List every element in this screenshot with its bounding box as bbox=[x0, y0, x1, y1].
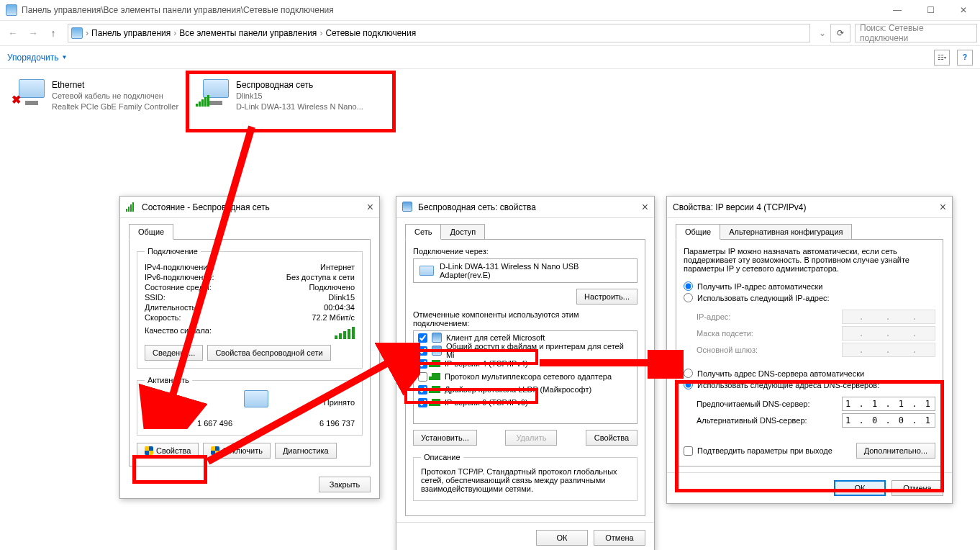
crumb-0[interactable]: Панель управления bbox=[91, 28, 171, 38]
adapter-props-dialog: Беспроводная сеть: свойства × Сеть Досту… bbox=[396, 196, 655, 550]
radio-auto-ip[interactable]: Получить IP-адрес автоматически bbox=[684, 281, 935, 291]
ok-button[interactable]: ОК bbox=[536, 530, 588, 546]
adapter-status: Сетевой кабель не подключен bbox=[52, 91, 178, 102]
tab-network[interactable]: Сеть bbox=[405, 224, 441, 240]
ethernet-icon: ✖ bbox=[13, 79, 45, 105]
signal-quality-icon bbox=[335, 326, 355, 339]
crumb-1[interactable]: Все элементы панели управления bbox=[179, 28, 317, 38]
configure-button[interactable]: Настроить... bbox=[576, 289, 638, 305]
close-button[interactable]: ✕ bbox=[947, 0, 980, 20]
remove-button: Удалить bbox=[505, 430, 557, 446]
disconnected-x-icon: ✖ bbox=[12, 93, 21, 107]
content-area: ✖ Ethernet Сетевой кабель не подключен R… bbox=[0, 69, 980, 550]
bytes-recv: 6 196 737 bbox=[283, 419, 355, 428]
chevron-down-icon: ▼ bbox=[61, 54, 67, 60]
breadcrumb-icon bbox=[71, 27, 83, 39]
minimize-button[interactable]: — bbox=[881, 0, 914, 20]
bytes-sent: 1 667 496 bbox=[179, 419, 251, 428]
up-arrow-icon[interactable]: ↑ bbox=[43, 23, 63, 43]
highlight-props-btn bbox=[132, 455, 207, 484]
diagnose-button[interactable]: Диагностика bbox=[275, 443, 337, 459]
dialog-titlebar[interactable]: Беспроводная сеть: свойства × bbox=[396, 197, 654, 218]
adapter-icon bbox=[419, 266, 434, 276]
gateway-input: . . . bbox=[842, 343, 935, 357]
refresh-button[interactable]: ⟳ bbox=[830, 24, 850, 42]
radio-auto-dns[interactable]: Получить адрес DNS-сервера автоматически bbox=[684, 369, 935, 378]
dialog-title-text: Беспроводная сеть: свойства bbox=[418, 202, 536, 212]
tab-general[interactable]: Общие bbox=[676, 224, 720, 240]
components-list[interactable]: Клиент для сетей Microsoft Общий доступ … bbox=[413, 330, 638, 424]
dialog-title-text: Состояние - Беспроводная сеть bbox=[142, 202, 270, 212]
dialog-title-text: Свойства: IP версии 4 (TCP/IPv4) bbox=[673, 202, 807, 212]
navbar: ← → ↑ › Панель управления › Все элементы… bbox=[0, 20, 980, 46]
activity-icon bbox=[240, 390, 273, 415]
radio-manual-ip[interactable]: Использовать следующий IP-адрес: bbox=[684, 293, 935, 302]
details-button[interactable]: Сведения... bbox=[145, 345, 203, 361]
search-input[interactable]: Поиск: Сетевые подключени bbox=[855, 24, 977, 42]
adapter-name: Ethernet bbox=[52, 79, 178, 91]
dialog-titlebar[interactable]: Свойства: IP версии 4 (TCP/IPv4) × bbox=[667, 197, 952, 218]
list-item: Протокол мультиплексора сетевого адаптер… bbox=[414, 370, 637, 383]
shield-icon bbox=[211, 446, 219, 455]
maximize-button[interactable]: ☐ bbox=[914, 0, 947, 20]
tab-general[interactable]: Общие bbox=[129, 224, 173, 240]
activity-group: Активность Отправлено Принято Байт: . 1 … bbox=[137, 376, 363, 436]
help-button[interactable]: ? bbox=[957, 50, 973, 66]
toolbar: Упорядочить ▼ ☷▾ ? bbox=[0, 46, 980, 69]
highlight-dns bbox=[675, 380, 944, 492]
organize-menu[interactable]: Упорядочить ▼ bbox=[7, 53, 67, 63]
wireless-props-button[interactable]: Свойства беспроводной сети bbox=[207, 345, 330, 361]
close-icon[interactable]: × bbox=[367, 201, 373, 214]
forward-arrow-icon[interactable]: → bbox=[23, 23, 43, 43]
ip-input: . . . bbox=[842, 310, 935, 324]
network-icon bbox=[402, 202, 414, 213]
signal-icon bbox=[126, 202, 137, 213]
highlight-ipv4 bbox=[404, 349, 538, 365]
close-icon[interactable]: × bbox=[940, 201, 946, 214]
highlight-adapter bbox=[186, 71, 396, 132]
titlebar: Панель управления\Все элементы панели уп… bbox=[0, 0, 980, 20]
adapter-device: Realtek PCIe GbE Family Controller bbox=[52, 102, 178, 112]
window-buttons: — ☐ ✕ bbox=[881, 0, 980, 20]
status-dialog: Состояние - Беспроводная сеть × Общие По… bbox=[119, 196, 380, 499]
crumb-2[interactable]: Сетевые подключения bbox=[325, 28, 416, 38]
client-icon bbox=[432, 333, 442, 343]
component-props-button[interactable]: Свойства bbox=[586, 430, 638, 446]
highlight-ipv6 bbox=[404, 388, 538, 404]
shield-icon bbox=[145, 446, 153, 455]
app-icon bbox=[6, 4, 17, 16]
description-group: Описание Протокол TCP/IP. Стандартный пр… bbox=[413, 453, 638, 501]
breadcrumb[interactable]: › Панель управления › Все элементы панел… bbox=[68, 24, 810, 42]
search-placeholder: Поиск: Сетевые подключени bbox=[860, 23, 972, 43]
disable-button[interactable]: Отключить bbox=[203, 443, 271, 459]
connection-group: Подключение IPv4-подключение:Интернет IP… bbox=[137, 247, 363, 369]
adapter-name-box: D-Link DWA-131 Wireless N Nano USB Adapt… bbox=[413, 258, 638, 283]
adapter-ethernet[interactable]: ✖ Ethernet Сетевой кабель не подключен R… bbox=[13, 79, 178, 112]
cancel-button[interactable]: Отмена bbox=[594, 530, 645, 546]
close-button[interactable]: Закрыть bbox=[319, 477, 371, 492]
back-arrow-icon[interactable]: ← bbox=[3, 23, 23, 43]
window-title: Панель управления\Все элементы панели уп… bbox=[22, 5, 334, 15]
close-icon[interactable]: × bbox=[642, 201, 648, 214]
dialog-titlebar[interactable]: Состояние - Беспроводная сеть × bbox=[120, 197, 379, 218]
tab-alternate[interactable]: Альтернативная конфигурация bbox=[720, 224, 852, 240]
install-button[interactable]: Установить... bbox=[413, 430, 477, 446]
mask-input: . . . bbox=[842, 326, 935, 341]
tab-access[interactable]: Доступ bbox=[440, 224, 485, 240]
view-layout-button[interactable]: ☷▾ bbox=[934, 50, 950, 66]
protocol-icon bbox=[432, 373, 440, 380]
dropdown-icon[interactable]: ⌄ bbox=[815, 28, 830, 38]
